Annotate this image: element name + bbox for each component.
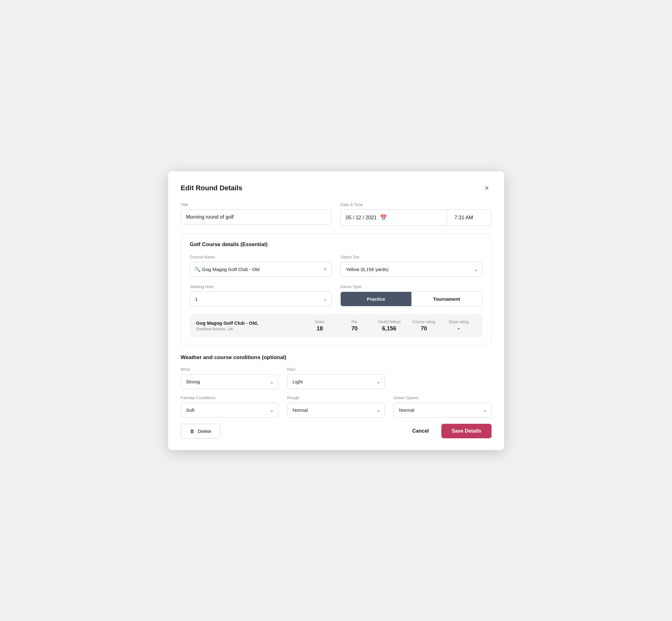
holes-stat: Holes 18 xyxy=(302,320,337,332)
wind-dropdown[interactable]: NoneLightModerateStrong xyxy=(181,374,279,389)
course-tee-group: Course Name 🔍 ✕ Select Tee Yellow (6,156… xyxy=(190,255,482,277)
slope-rating-label: Slope rating xyxy=(448,320,468,324)
rain-dropdown[interactable]: NoneLightModerateHeavy xyxy=(287,374,385,389)
starting-hole-wrapper: 12345 678910 ⌄ xyxy=(190,292,332,306)
rain-wrapper: NoneLightModerateHeavy ⌄ xyxy=(287,374,385,389)
golf-course-section: Golf Course details (Essential) Course N… xyxy=(181,234,492,345)
game-type-label: Game Type xyxy=(340,284,482,289)
tournament-button[interactable]: Tournament xyxy=(411,292,482,306)
footer-right: Cancel Save Details xyxy=(406,424,492,438)
green-speed-label: Green Speed xyxy=(394,396,492,400)
wind-field: Wind NoneLightModerateStrong ⌄ xyxy=(181,367,279,389)
fairway-label: Fairway Conditions xyxy=(181,396,279,400)
course-info-row: Gog Magog Golf Club - Old, Shelford Bott… xyxy=(190,314,482,338)
select-tee-field: Select Tee Yellow (6,156 yards) Red Whit… xyxy=(340,255,482,277)
select-tee-dropdown[interactable]: Yellow (6,156 yards) Red White Blue xyxy=(340,262,482,277)
calendar-icon: 📅 xyxy=(380,214,387,221)
hole-gametype-group: Starting Hole 12345 678910 ⌄ Game Type P… xyxy=(190,284,482,306)
clear-icon[interactable]: ✕ xyxy=(323,266,327,272)
course-info-location: Shelford Bottom, UK xyxy=(196,327,302,331)
trash-icon: 🗑 xyxy=(190,428,195,434)
par-value: 70 xyxy=(351,325,358,332)
starting-hole-field: Starting Hole 12345 678910 ⌄ xyxy=(190,284,332,306)
course-rating-value: 70 xyxy=(421,325,427,332)
rough-dropdown[interactable]: SoftNormalHard xyxy=(287,403,385,417)
slope-rating-stat: Slope rating - xyxy=(442,320,476,332)
green-speed-dropdown[interactable]: SlowNormalFast xyxy=(394,403,492,417)
wind-wrapper: NoneLightModerateStrong ⌄ xyxy=(181,374,279,389)
rough-wrapper: SoftNormalHard ⌄ xyxy=(287,403,385,417)
yards-label: Yards(Yellow) xyxy=(378,320,401,324)
par-stat: Par 70 xyxy=(337,320,372,332)
rain-label: Rain xyxy=(287,367,385,372)
delete-button[interactable]: 🗑 Delete xyxy=(181,424,220,439)
starting-hole-label: Starting Hole xyxy=(190,284,332,289)
yards-stat: Yards(Yellow) 6,156 xyxy=(372,320,407,332)
green-speed-field: Green Speed SlowNormalFast ⌄ xyxy=(394,396,492,417)
rough-field: Rough SoftNormalHard ⌄ xyxy=(287,396,385,417)
course-name-input-wrapper: 🔍 ✕ xyxy=(190,262,332,277)
fairway-rough-green-row: Fairway Conditions SoftNormalHardWet ⌄ R… xyxy=(181,396,492,417)
date-time-field: Date & Time 05 / 12 / 2021 📅 7:31 AM xyxy=(340,202,492,226)
course-rating-label: Course rating xyxy=(412,320,435,324)
modal-title: Edit Round Details xyxy=(181,184,243,192)
date-text: 05 / 12 / 2021 xyxy=(346,215,377,220)
course-rating-stat: Course rating 70 xyxy=(407,320,442,332)
title-field: Title xyxy=(181,202,332,226)
course-info-name: Gog Magog Golf Club - Old, Shelford Bott… xyxy=(196,320,302,331)
delete-label: Delete xyxy=(198,428,211,434)
fairway-dropdown[interactable]: SoftNormalHardWet xyxy=(181,403,279,417)
holes-value: 18 xyxy=(317,325,323,332)
fairway-field: Fairway Conditions SoftNormalHardWet ⌄ xyxy=(181,396,279,417)
par-label: Par xyxy=(351,320,358,324)
course-name-field: Course Name 🔍 ✕ xyxy=(190,255,332,277)
golf-course-title: Golf Course details (Essential) xyxy=(190,241,482,248)
select-tee-wrapper: Yellow (6,156 yards) Red White Blue ⌄ xyxy=(340,262,482,277)
course-name-input[interactable] xyxy=(190,262,332,277)
time-field[interactable]: 7:31 AM xyxy=(447,210,491,225)
rough-label: Rough xyxy=(287,396,385,400)
save-button[interactable]: Save Details xyxy=(442,424,491,438)
wind-rain-row: Wind NoneLightModerateStrong ⌄ Rain None… xyxy=(181,367,492,389)
title-date-group: Title Date & Time 05 / 12 / 2021 📅 7:31 … xyxy=(181,202,492,226)
time-text: 7:31 AM xyxy=(455,215,473,220)
green-speed-wrapper: SlowNormalFast ⌄ xyxy=(394,403,492,417)
starting-hole-dropdown[interactable]: 12345 678910 xyxy=(190,292,332,306)
fairway-wrapper: SoftNormalHardWet ⌄ xyxy=(181,403,279,417)
edit-round-modal: Edit Round Details × Title Date & Time 0… xyxy=(168,171,504,450)
date-time-label: Date & Time xyxy=(340,202,492,207)
title-label: Title xyxy=(181,202,332,207)
weather-section-title: Weather and course conditions (optional) xyxy=(181,355,492,361)
search-icon: 🔍 xyxy=(194,266,201,272)
rain-field: Rain NoneLightModerateHeavy ⌄ xyxy=(287,367,385,389)
footer-row: 🗑 Delete Cancel Save Details xyxy=(181,424,492,439)
wind-label: Wind xyxy=(181,367,279,372)
game-type-field: Game Type Practice Tournament xyxy=(340,284,482,306)
select-tee-label: Select Tee xyxy=(340,255,482,259)
course-name-label: Course Name xyxy=(190,255,332,259)
slope-rating-value: - xyxy=(458,325,460,332)
game-type-toggle: Practice Tournament xyxy=(340,292,482,306)
yards-value: 6,156 xyxy=(382,325,396,332)
cancel-button[interactable]: Cancel xyxy=(406,424,435,438)
weather-section: Weather and course conditions (optional)… xyxy=(181,355,492,417)
date-time-group: 05 / 12 / 2021 📅 7:31 AM xyxy=(340,210,492,226)
modal-header: Edit Round Details × xyxy=(181,183,492,194)
course-info-name-text: Gog Magog Golf Club - Old, xyxy=(196,320,302,326)
close-button[interactable]: × xyxy=(482,183,492,194)
date-field[interactable]: 05 / 12 / 2021 📅 xyxy=(341,210,447,225)
title-input[interactable] xyxy=(181,210,332,225)
holes-label: Holes xyxy=(315,320,325,324)
practice-button[interactable]: Practice xyxy=(341,292,411,306)
